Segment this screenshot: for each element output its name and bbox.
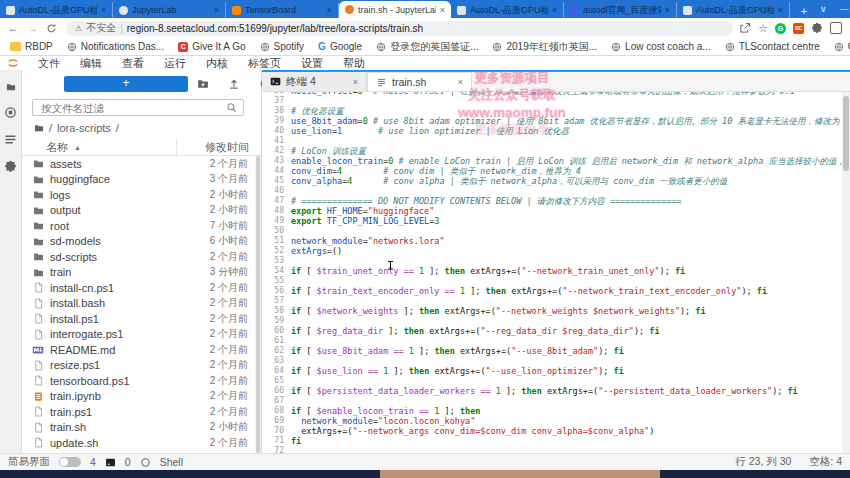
menu-item[interactable]: 内核 [196,56,238,71]
profile-icon[interactable] [830,22,842,34]
file-row[interactable]: install.bash2 个月前 [22,296,256,312]
file-row[interactable]: install.ps12 个月前 [22,311,256,327]
home-folder-icon[interactable] [34,123,44,133]
file-list-scrollbar[interactable] [255,156,261,453]
file-row[interactable]: update.sh2 个月前 [22,435,256,451]
code-line: 49export TF_CPP_MIN_LOG_LEVEL=3 [262,216,842,226]
new-tab-button[interactable]: + [796,4,812,18]
mode-label[interactable]: Shell [160,456,183,468]
tab-close-icon[interactable]: × [440,5,445,15]
spaces-label[interactable]: 空格: 4 [809,455,842,469]
folder-tab-icon[interactable] [6,82,16,92]
terminal-status-icon[interactable] [105,457,116,468]
file-row[interactable]: sd-scripts2 个月前 [22,249,256,265]
menu-item[interactable]: 标签页 [238,56,291,71]
address-bar[interactable]: ⚠ 不安全 | region-8.seetacloud.com:51699/ju… [66,21,733,36]
code-editor[interactable]: 36noise_offset=0 # noise offset | 在训练中添加… [262,92,842,453]
browser-tab[interactable]: TensorBoard× [226,2,339,18]
editor-tab[interactable]: train.sh× [367,72,472,91]
extension-icon[interactable]: SC [793,23,804,34]
breadcrumb-root[interactable]: / [49,122,52,134]
new-folder-icon[interactable] [197,78,209,90]
file-row[interactable]: README.md2 个月前 [22,342,256,358]
file-filter-box[interactable] [32,99,244,116]
file-name: interrogate.ps1 [50,328,176,340]
table-of-contents-icon[interactable] [4,133,17,146]
file-row[interactable]: tensorboard.ps12 个月前 [22,373,256,389]
bookmark-item[interactable]: Out of Water – M... [834,41,850,52]
file-row[interactable]: huggingface3 个月前 [22,172,256,188]
editor-tab-close-icon[interactable]: × [353,77,358,87]
menu-item[interactable]: 设置 [291,56,333,71]
file-modified: 2 个月前 [182,405,256,419]
bookmark-item[interactable]: RBDP [10,41,53,52]
bookmark-star-icon[interactable]: ☆ [758,22,768,35]
bookmark-item[interactable]: CGive It A Go [178,41,245,52]
editor-scrollbar[interactable] [842,92,850,453]
simple-mode-toggle[interactable] [59,457,81,467]
refresh-icon[interactable] [46,23,60,34]
editor-tab[interactable]: 终端 4× [262,72,367,91]
bookmark-item[interactable]: 2019年红领巾英国... [492,40,597,54]
back-icon[interactable]: ← [6,22,20,34]
tab-close-icon[interactable]: × [778,5,783,15]
file-row[interactable]: train.ipynb2 个月前 [22,389,256,405]
tab-search-icon[interactable]: ∨ [820,4,827,14]
browser-tab[interactable]: AutoDL-品质GPU租...× [677,2,790,18]
file-row[interactable]: train.ps12 个月前 [22,404,256,420]
share-icon[interactable] [739,22,751,34]
menu-item[interactable]: 帮助 [333,56,375,71]
tab-close-icon[interactable]: × [214,5,219,15]
bookmark-item[interactable]: TLScontact centre [725,41,820,52]
kernel-status-icon[interactable] [140,457,151,468]
file-row[interactable]: logs2 小时前 [22,187,256,203]
browser-tab[interactable]: AutoDL-品质GPU租...× [0,2,113,18]
file-row[interactable]: install-cn.ps12 个月前 [22,280,256,296]
extension-icon[interactable]: G [775,23,786,34]
browser-tab[interactable]: JupyterLab× [113,2,226,18]
browser-tab[interactable]: autodl官网_百度搜索× [564,2,677,18]
file-row[interactable]: root7 小时前 [22,218,256,234]
minimize-icon[interactable]: — [840,4,849,14]
line-number: 45 [262,176,291,186]
bookmark-item[interactable]: Low cost coach a... [611,41,711,52]
kernels-count[interactable]: 0 [125,456,131,468]
breadcrumb[interactable]: / lora-scripts / [34,122,119,134]
new-launcher-button[interactable]: + [64,76,188,92]
bookmark-item[interactable]: GGoogle [318,41,362,52]
browser-tab[interactable]: train.sh - JupyterLab× [339,1,451,18]
code-line: 59 [262,316,842,326]
file-list: assets2 个月前huggingface3 个月前logs2 小时前outp… [22,156,256,453]
file-row[interactable]: output2 小时前 [22,203,256,219]
tab-close-icon[interactable]: × [327,5,332,15]
tab-close-icon[interactable]: × [552,5,557,15]
bookmark-item[interactable]: Spotify [260,41,305,52]
menu-item[interactable]: 运行 [154,56,196,71]
upload-icon[interactable] [228,78,240,90]
browser-tab[interactable]: AutoDL-品质GPU租...× [451,2,564,18]
terminals-count[interactable]: 4 [90,456,96,468]
menu-item[interactable]: 编辑 [70,56,112,71]
tab-close-icon[interactable]: × [101,5,106,15]
file-row[interactable]: train3 分钟前 [22,265,256,281]
file-row[interactable]: resize.ps12 个月前 [22,358,256,374]
file-row[interactable]: assets2 个月前 [22,156,256,172]
bookmark-item[interactable]: 登录您的英国签证... [376,40,478,54]
cursor-position-label[interactable]: 行 23, 列 30 [735,455,791,469]
file-row[interactable]: train.sh2 小时前 [22,420,256,436]
file-row[interactable]: sd-models6 小时前 [22,234,256,250]
bookmark-item[interactable]: Notifications Das... [67,41,164,52]
breadcrumb-path[interactable]: lora-scripts [57,122,111,134]
tab-close-icon[interactable]: × [665,5,670,15]
modified-column-header[interactable]: 修改时间 [177,140,261,155]
extensions-puzzle-icon[interactable] [811,22,823,34]
menu-item[interactable]: 查看 [112,56,154,71]
extension-manager-icon[interactable] [4,160,17,173]
file-filter-input[interactable] [39,101,222,115]
forward-icon[interactable]: → [26,22,40,34]
editor-tab-close-icon[interactable]: × [458,77,463,87]
file-row[interactable]: interrogate.ps12 个月前 [22,327,256,343]
menu-item[interactable]: 文件 [28,56,70,71]
name-column-header[interactable]: 名称 ▲ [22,139,177,155]
running-sessions-icon[interactable] [4,106,17,119]
